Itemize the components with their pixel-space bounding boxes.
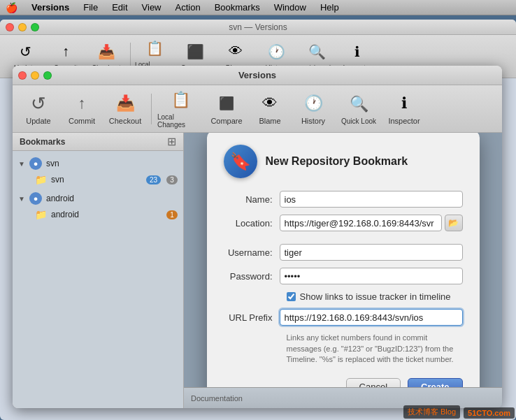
history-label: History (301, 117, 325, 125)
close-button[interactable] (18, 71, 27, 80)
sidebar-collapse-button[interactable]: ⊞ (167, 136, 176, 147)
history-button[interactable]: 🕐 History (293, 89, 334, 129)
expand-icon-android: ▼ (18, 195, 25, 203)
folder-icon-svn: 📁 (35, 174, 47, 185)
local-changes-label: Local Changes (157, 113, 203, 129)
blame-icon: 👁 (259, 92, 281, 115)
password-input[interactable] (280, 268, 463, 284)
traffic-lights (18, 71, 52, 80)
menu-bar: 🍎 Versions File Edit View Action Bookmar… (0, 0, 516, 15)
minimize-button[interactable] (31, 71, 39, 80)
sidebar-item-svn-root[interactable]: ▼ ● svn (13, 155, 183, 172)
menu-view[interactable]: View (139, 1, 164, 14)
sidebar-item-android[interactable]: 📁 android 1 (29, 207, 183, 222)
menu-file[interactable]: File (80, 1, 101, 14)
bg-traffic-lights (6, 23, 39, 31)
compare-icon: ⬛ (215, 92, 238, 115)
checkbox-row: Show links to issue tracker in timeline (224, 291, 463, 302)
menu-window[interactable]: Window (271, 1, 309, 14)
sidebar-child-android: 📁 android 1 (13, 207, 183, 222)
location-input[interactable] (280, 215, 442, 231)
android-label: android (51, 210, 162, 219)
watermark-site: 51CTO.com (464, 407, 515, 419)
folder-icon-android: 📁 (35, 209, 47, 220)
quick-look-icon: 🔍 (347, 93, 370, 115)
apple-menu[interactable]: 🍎 (6, 2, 17, 13)
password-label: Password: (224, 271, 280, 282)
maximize-button[interactable] (43, 71, 52, 80)
location-label: Location: (224, 218, 280, 229)
inspector-icon: ℹ (393, 92, 415, 115)
main-window: Versions ↺ Update ↑ Commit 📥 Checkout 📋 … (13, 66, 502, 408)
menu-help[interactable]: Help (317, 1, 342, 14)
window-title: Versions (238, 70, 276, 80)
content-area: Bookmarks ⊞ ▼ ● svn 📁 svn 23 (13, 133, 502, 408)
toolbar: ↺ Update ↑ Commit 📥 Checkout 📋 Local Cha… (13, 85, 502, 133)
inspector-button[interactable]: ℹ Inspector (384, 89, 424, 129)
bg-maximize-button[interactable] (31, 23, 39, 31)
location-row: Location: 📂 (224, 215, 463, 231)
bg-update-icon: ↺ (15, 41, 36, 62)
menu-bookmarks[interactable]: Bookmarks (212, 1, 263, 14)
dialog-overlay: 🔖 New Repository Bookmark Name: Location… (184, 133, 502, 408)
android-root-label: android (46, 194, 178, 203)
sidebar-title: Bookmarks (20, 137, 65, 147)
bg-window-title: svn — Versions (229, 22, 287, 32)
window-titlebar: Versions (13, 66, 502, 85)
inspector-label: Inspector (388, 117, 420, 125)
bg-commit-icon: ↑ (55, 41, 76, 62)
bg-local-changes-icon: 📋 (144, 38, 165, 59)
commit-label: Commit (69, 117, 95, 125)
update-icon: ↺ (27, 92, 50, 115)
menu-action[interactable]: Action (173, 1, 203, 14)
menu-versions[interactable]: Versions (29, 1, 72, 14)
local-changes-button[interactable]: 📋 Local Changes (157, 89, 203, 129)
checkout-button[interactable]: 📥 Checkout (105, 89, 145, 129)
sidebar-child-svn: 📁 svn 23 3 (13, 172, 183, 187)
name-label: Name: (224, 194, 280, 205)
compare-label: Compare (210, 117, 242, 125)
bg-minimize-button[interactable] (18, 23, 27, 31)
show-links-checkbox[interactable] (287, 292, 296, 301)
blame-button[interactable]: 👁 Blame (250, 89, 290, 129)
username-input[interactable] (280, 244, 463, 261)
username-label: Username: (224, 247, 280, 258)
dialog-icon: 🔖 (224, 145, 257, 178)
bg-compare-icon: ⬛ (185, 41, 206, 62)
username-row: Username: (224, 244, 463, 261)
name-row: Name: (224, 191, 463, 208)
local-changes-icon: 📋 (169, 89, 192, 111)
android-svn-icon: ● (29, 192, 42, 205)
browse-button[interactable]: 📂 (445, 215, 463, 231)
quick-look-button[interactable]: 🔍 Quick Look (336, 89, 381, 129)
svn-badge-3: 3 (166, 175, 178, 184)
sidebar: Bookmarks ⊞ ▼ ● svn 📁 svn 23 (13, 133, 184, 408)
hint-text: Links any ticket numbers found in commit… (224, 333, 463, 365)
update-button[interactable]: ↺ Update (18, 89, 59, 129)
toolbar-separator-1 (151, 94, 152, 124)
quick-look-label: Quick Look (341, 117, 376, 125)
bg-close-button[interactable] (6, 23, 14, 31)
sidebar-item-svn[interactable]: 📁 svn 23 3 (29, 172, 183, 187)
svn-badge-23: 23 (146, 175, 161, 184)
sidebar-header: Bookmarks ⊞ (13, 133, 183, 151)
bg-history-icon: 🕐 (266, 41, 287, 62)
commit-button[interactable]: ↑ Commit (62, 89, 102, 129)
sidebar-group-android: ▼ ● android 📁 android 1 (13, 190, 183, 222)
update-label: Update (26, 117, 50, 125)
dialog-title: New Repository Bookmark (266, 155, 408, 168)
name-input[interactable] (280, 191, 463, 208)
menu-edit[interactable]: Edit (109, 1, 130, 14)
show-links-label: Show links to issue tracker in timeline (300, 291, 451, 302)
history-icon: 🕐 (302, 92, 324, 115)
watermark-tag: 技术博客 Blog (403, 405, 460, 419)
sidebar-item-android-root[interactable]: ▼ ● android (13, 190, 183, 207)
bg-quick-look-icon: 🔍 (306, 41, 327, 62)
compare-button[interactable]: ⬛ Compare (206, 89, 247, 129)
dialog: 🔖 New Repository Bookmark Name: Location… (207, 133, 480, 408)
url-prefix-input[interactable] (280, 309, 463, 326)
bg-inspector-icon: ℹ (347, 41, 368, 62)
browse-icon: 📂 (448, 218, 459, 228)
bg-blame-icon: 👁 (225, 41, 246, 62)
expand-icon-svn: ▼ (18, 160, 25, 168)
